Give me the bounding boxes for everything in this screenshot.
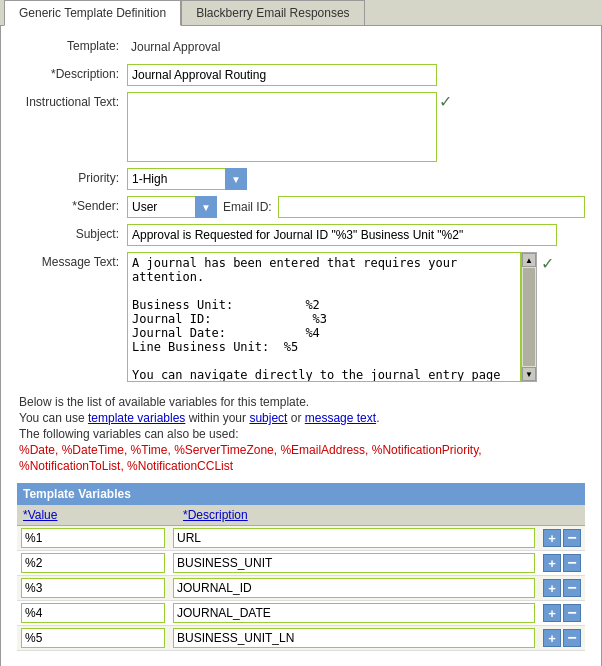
subject-row: Subject:: [17, 224, 585, 246]
template-value: [127, 36, 585, 58]
scroll-up-btn[interactable]: ▲: [522, 253, 536, 267]
tv-desc-cell[interactable]: [169, 601, 539, 625]
remove-row-button[interactable]: −: [563, 579, 581, 597]
instructional-value: ✓: [127, 92, 585, 162]
tv-desc-cell[interactable]: [169, 576, 539, 600]
add-row-button[interactable]: +: [543, 629, 561, 647]
instructional-textarea[interactable]: [127, 92, 437, 162]
tv-value-input[interactable]: [21, 528, 165, 548]
info-line1: Below is the list of available variables…: [19, 395, 585, 409]
instructional-edit-icon[interactable]: ✓: [439, 92, 452, 162]
tv-value-cell[interactable]: [17, 551, 169, 575]
tv-value-input[interactable]: [21, 628, 165, 648]
message-textarea[interactable]: [127, 252, 521, 382]
tv-col-headers: *Value *Description: [17, 505, 585, 526]
info-section: Below is the list of available variables…: [17, 395, 585, 473]
scroll-thumb: [523, 268, 535, 366]
sender-value: User ▼ Email ID:: [127, 196, 585, 218]
add-row-button[interactable]: +: [543, 554, 561, 572]
info-line4: %Date, %DateTime, %Time, %ServerTimeZone…: [19, 443, 585, 457]
remove-row-button[interactable]: −: [563, 554, 581, 572]
message-edit-icon[interactable]: ✓: [541, 254, 554, 273]
priority-select-wrapper[interactable]: 1-High ▼: [127, 168, 247, 190]
remove-row-button[interactable]: −: [563, 529, 581, 547]
tab-generic[interactable]: Generic Template Definition: [4, 0, 181, 26]
tv-value-cell[interactable]: [17, 601, 169, 625]
tv-row-buttons: + −: [539, 602, 585, 624]
message-scrollbar: ▲ ▼: [521, 252, 537, 382]
priority-label: Priority:: [17, 168, 127, 185]
table-row: + −: [17, 576, 585, 601]
template-row: Template:: [17, 36, 585, 58]
tv-desc-input[interactable]: [173, 603, 535, 623]
tv-col-desc-header[interactable]: *Description: [177, 505, 585, 525]
subject-value[interactable]: [127, 224, 585, 246]
dropdown-arrow-icon: ▼: [231, 174, 241, 185]
tv-desc-input[interactable]: [173, 553, 535, 573]
template-input: [127, 36, 585, 58]
tv-desc-cell[interactable]: [169, 551, 539, 575]
add-row-button[interactable]: +: [543, 529, 561, 547]
tv-col-value-header[interactable]: *Value: [17, 505, 177, 525]
message-row: Message Text: ▲ ▼ ✓: [17, 252, 585, 385]
tv-value-cell[interactable]: [17, 576, 169, 600]
priority-value: 1-High ▼: [127, 168, 585, 190]
subject-input[interactable]: [127, 224, 557, 246]
priority-selected-value: 1-High: [132, 172, 167, 186]
email-id-input[interactable]: [278, 196, 585, 218]
tv-value-input[interactable]: [21, 578, 165, 598]
instructional-label: Instructional Text:: [17, 92, 127, 109]
remove-row-button[interactable]: −: [563, 604, 581, 622]
remove-row-button[interactable]: −: [563, 629, 581, 647]
sender-row: *Sender: User ▼ Email ID:: [17, 196, 585, 218]
tv-section-title: Template Variables: [17, 483, 585, 505]
info-line3: The following variables can also be used…: [19, 427, 585, 441]
tv-row-buttons: + −: [539, 527, 585, 549]
add-row-button[interactable]: +: [543, 604, 561, 622]
priority-row: Priority: 1-High ▼: [17, 168, 585, 190]
subject-link[interactable]: subject: [249, 411, 287, 425]
sender-label: *Sender:: [17, 196, 127, 213]
table-row: + −: [17, 526, 585, 551]
template-variables-section: Template Variables *Value *Description +…: [17, 483, 585, 651]
tv-row-buttons: + −: [539, 577, 585, 599]
info-line2: You can use template variables within yo…: [19, 411, 585, 425]
add-row-button[interactable]: +: [543, 579, 561, 597]
tv-value-input[interactable]: [21, 603, 165, 623]
sender-selected-value: User: [132, 200, 157, 214]
email-id-label: Email ID:: [223, 200, 272, 214]
description-label: *Description:: [17, 64, 127, 81]
table-row: + −: [17, 626, 585, 651]
instructional-row: Instructional Text: ✓: [17, 92, 585, 162]
subject-label: Subject:: [17, 224, 127, 241]
sender-controls: User ▼ Email ID:: [127, 196, 585, 218]
priority-dropdown-arrow[interactable]: ▼: [225, 168, 247, 190]
message-link[interactable]: message text: [305, 411, 376, 425]
tv-desc-cell[interactable]: [169, 526, 539, 550]
description-row: *Description:: [17, 64, 585, 86]
tv-desc-input[interactable]: [173, 628, 535, 648]
message-container: ▲ ▼: [127, 252, 537, 385]
sender-dropdown-arrow[interactable]: ▼: [195, 196, 217, 218]
template-variables-link[interactable]: template variables: [88, 411, 185, 425]
tab-blackberry[interactable]: Blackberry Email Responses: [181, 0, 364, 25]
tv-value-cell[interactable]: [17, 526, 169, 550]
description-value[interactable]: [127, 64, 585, 86]
tab-bar: Generic Template Definition Blackberry E…: [0, 0, 602, 26]
tv-desc-input[interactable]: [173, 578, 535, 598]
tv-desc-cell[interactable]: [169, 626, 539, 650]
tv-row-buttons: + −: [539, 627, 585, 649]
message-label: Message Text:: [17, 252, 127, 269]
sender-select-wrapper[interactable]: User ▼: [127, 196, 217, 218]
table-row: + −: [17, 601, 585, 626]
main-content: Template: *Description: Instructional Te…: [0, 26, 602, 666]
tv-rows-container: + − + − + −: [17, 526, 585, 651]
scroll-down-btn[interactable]: ▼: [522, 367, 536, 381]
tv-value-input[interactable]: [21, 553, 165, 573]
table-row: + −: [17, 551, 585, 576]
description-input[interactable]: [127, 64, 437, 86]
sender-arrow-icon: ▼: [201, 202, 211, 213]
tv-desc-input[interactable]: [173, 528, 535, 548]
tv-row-buttons: + −: [539, 552, 585, 574]
tv-value-cell[interactable]: [17, 626, 169, 650]
